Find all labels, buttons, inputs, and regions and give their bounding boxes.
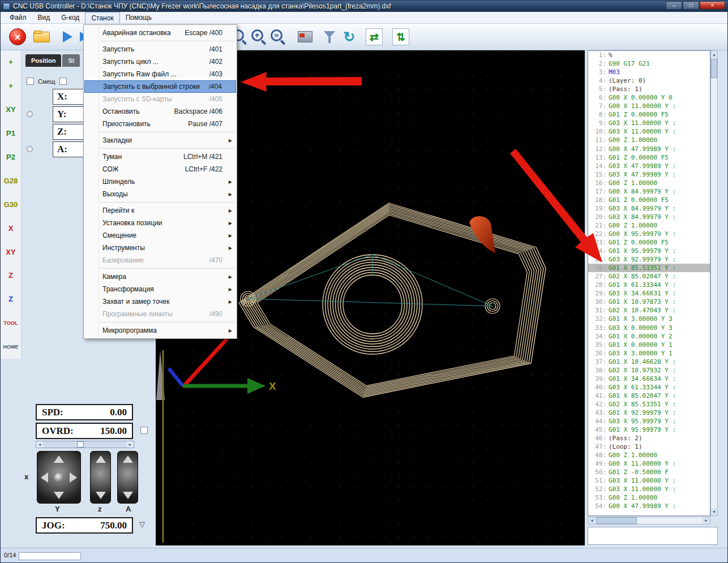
tab-state[interactable]: St [62,54,80,67]
axis-radio[interactable] [27,146,33,152]
override-checkbox[interactable] [140,427,148,434]
menu-item-аварийная-остановка[interactable]: Аварийная остановка Escape /400 ▶ [84,27,236,39]
gcode-line[interactable]: 42 G02 X 85.53351 Y : [588,400,710,409]
gcode-line[interactable]: 17 G00 X 84.99979 Y : [588,187,710,196]
menu-item-остановить[interactable]: Остановить Backspace /406 ▶ [84,105,236,118]
menu-item-смещение[interactable]: Смещение ▶ [84,229,236,242]
gcode-line[interactable]: 15 G03 X 47.99989 Y : [588,170,710,179]
menu-item-emergency-stop-button[interactable] [7,27,28,47]
gcode-line[interactable]: 45 G01 X 95.99979 Y : [588,426,710,434]
jog-a-plus-icon[interactable] [123,455,133,463]
menu-item-сож[interactable]: СОЖ LCtrl+F /422 ▶ [84,163,236,175]
slider-right-icon[interactable]: ► [127,441,134,448]
menu-item-goto-p1-icon[interactable]: P1 [1,122,21,145]
gcode-line[interactable]: 13 G01 Z 0.00000 F5 [588,153,710,162]
menu-item[interactable]: ▶ [100,132,235,132]
gcode-line[interactable]: 5 (Pass: 1) [588,85,710,93]
gcode-line[interactable]: 26 G01 X 85.53351 Y : [588,264,710,272]
gcode-line[interactable]: 8 G01 Z 0.00000 F5 [588,110,710,119]
menu-item-микропрограмма[interactable]: Микропрограмма ▶ [84,324,236,337]
menu-item-закладки[interactable]: Закладки ▶ [84,134,236,147]
gcode-line[interactable]: 34 G01 X 0.00000 Y 2 [588,332,710,341]
gcode-line[interactable]: 47 (Loop: 1) [588,442,710,451]
gcode-line[interactable]: 9 G03 X 11.00000 Y : [588,119,710,127]
gcode-listing[interactable]: 1 % 2 G90 G17 G21 3 M03 4 (Layer: 0) 5 (… [588,50,710,516]
gcode-line[interactable]: 33 G03 X 0.00000 Y 3 [588,324,710,332]
gcode-line[interactable]: 28 G01 X 61.33344 Y : [588,281,710,289]
jog-x-minus-icon[interactable] [41,472,48,483]
gcode-line[interactable]: 35 G01 X 0.00000 Y 1 [588,341,710,349]
menu-item[interactable]: ▶ [100,41,235,41]
gcode-line[interactable]: 4 (Layer: 0) [588,76,710,85]
menu-item-базирование[interactable]: Базирование /470 ▶ [84,254,236,267]
gcode-line[interactable]: 24 G01 X 95.99979 Y : [588,247,710,255]
gcode-line[interactable]: 11 G00 Z 1.00000 [588,136,710,144]
slider-thumb[interactable] [77,441,84,448]
gcode-line[interactable]: 27 G02 X 85.02047 Y : [588,272,710,281]
gcode-line[interactable]: 1 % [588,51,710,59]
menubar-item[interactable]: Вид [32,12,56,23]
menu-item-rotate-view-button[interactable] [339,27,359,47]
gcode-line[interactable]: 32 G01 X 3.00000 Y 3 [588,315,710,323]
gcode-line[interactable]: 29 G03 X 34.66631 Y : [588,289,710,298]
menu-item-запустить-raw-файл-[interactable]: Запустить Raw файл ... /403 ▶ [84,68,236,80]
gcode-line[interactable]: 20 G03 X 84.99979 Y : [588,213,710,221]
axis-radio[interactable] [27,111,33,117]
gcode-line[interactable]: 46 (Pass: 2) [588,434,710,442]
gcode-line[interactable]: 54 G00 X 47.99989 Y : [588,502,710,510]
gcode-line[interactable]: 23 G01 Z 0.00000 F5 [588,238,710,247]
menu-item-выходы[interactable]: Выходы ▶ [84,188,236,200]
gcode-line[interactable]: 30 G01 X 10.97873 Y : [588,298,710,306]
gcode-line[interactable]: 10 G03 X 11.00000 Y : [588,127,710,136]
jog-z-plus-icon[interactable] [96,455,106,463]
gcode-line[interactable]: 48 G00 Z 1.00000 [588,451,710,459]
jog-pad-xy[interactable] [37,451,81,504]
menu-item-перейти-к[interactable]: Перейти к ▶ [84,204,236,217]
menu-item-jog-step-icon[interactable]: + [1,74,21,98]
gcode-line[interactable]: 50 G01 Z -0.50000 F [588,468,710,476]
jog-z-minus-icon[interactable] [96,492,106,499]
menu-item-запустить-с-выбранной-строки[interactable]: Запустить с выбранной строки /404 ▶ [84,80,236,93]
scroll-thumb[interactable] [711,59,717,78]
gcode-vertical-scrollbar[interactable]: ▲ ▼ [710,50,718,516]
jog-y-plus-icon[interactable] [54,455,64,463]
menu-item-инструменты[interactable]: Инструменты ▶ [84,242,236,254]
slider-left-icon[interactable]: ◄ [36,441,43,448]
menu-item-запустить-с-sd-карты[interactable]: Запустить с SD-карты /405 ▶ [84,93,236,105]
menu-item[interactable]: ▶ [100,268,235,269]
menu-item-приостановить[interactable]: Приостановить Pause /407 ▶ [84,118,236,130]
gcode-line[interactable]: 12 G00 X 47.99989 Y : [588,145,710,153]
menu-item-захват-и-замер-точек[interactable]: Захват и замер точек ▶ [84,295,236,308]
menu-item-zero-z-icon[interactable]: Z [1,264,21,287]
menu-item-zero-x-icon[interactable]: X [1,216,21,240]
jog-x-plus-icon[interactable] [70,472,77,483]
close-button[interactable]: × [700,1,725,10]
menu-item-measure-z-icon[interactable]: Z [1,287,21,311]
minimize-button[interactable]: – [666,1,682,10]
menu-item-установка-позиции[interactable]: Установка позиции ▶ [84,217,236,229]
gcode-line[interactable]: 31 G02 X 10.47043 Y : [588,306,710,315]
override-slider[interactable]: ◄ ► [36,441,134,448]
menu-item-goto-p2-icon[interactable]: P2 [1,145,21,169]
menubar-item[interactable]: Файл [4,12,32,23]
menu-item-zero-xy-icon[interactable]: XY [1,240,21,264]
menu-item-zoom-window-button[interactable] [268,27,288,47]
gcode-line[interactable]: 41 G01 X 85.02047 Y : [588,392,710,400]
menu-item[interactable]: ▶ [100,322,235,323]
gcode-horizontal-scrollbar[interactable]: ◄ ► [588,517,710,525]
gcode-line[interactable]: 36 G03 X 3.00000 Y 1 [588,349,710,358]
menu-item-zoom-in-button[interactable] [249,27,269,47]
gcode-line[interactable]: 53 G00 Z 1.00000 [588,493,710,502]
gcode-line[interactable]: 6 G00 X 0.00000 Y 0 [588,93,710,102]
gcode-line[interactable]: 3 M03 [588,68,710,76]
offset-checkbox-1[interactable] [27,78,34,85]
gcode-line[interactable]: 16 G00 Z 1.00000 [588,179,710,187]
gcode-line[interactable]: 2 G90 G17 G21 [588,59,710,68]
gcode-line[interactable]: 49 G00 X 11.00000 Y : [588,459,710,468]
gcode-line[interactable]: 44 G03 X 95.99979 Y : [588,417,710,426]
menu-item-шпиндель[interactable]: Шпиндель ▶ [84,175,236,188]
hscroll-thumb[interactable] [596,517,637,524]
scroll-down-icon[interactable]: ▼ [711,508,717,515]
gcode-line[interactable]: 38 G02 X 10.97932 Y : [588,366,710,375]
offset-checkbox-2[interactable] [59,78,67,85]
